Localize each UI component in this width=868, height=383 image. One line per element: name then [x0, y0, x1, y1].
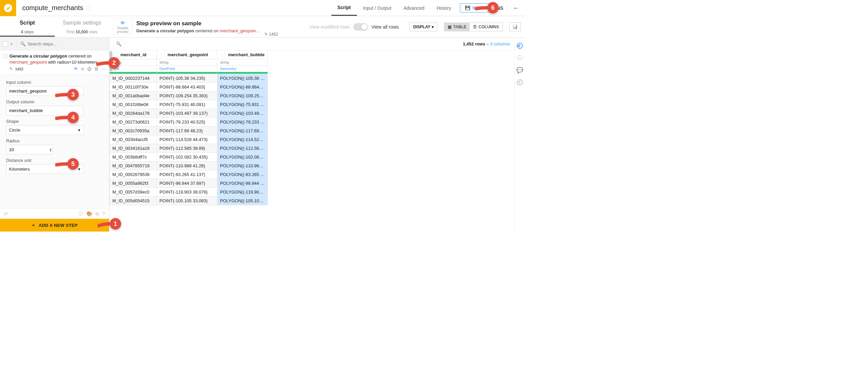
add-panel-icon[interactable]: + — [517, 42, 523, 49]
table-row[interactable]: M_ID_00264da178POINT(-103.497 39.137)POL… — [110, 109, 268, 118]
columns-link[interactable]: 3 columns — [490, 41, 510, 47]
step-form: Input column Output column Shape Circle▾… — [0, 75, 109, 175]
callout-3: 3 — [55, 89, 79, 100]
nav-script[interactable]: Script — [331, 0, 357, 16]
table-cell: M_ID_0047855719 — [110, 161, 157, 170]
table-cell: POINT(-119.903 38.078) — [157, 188, 217, 197]
column-header[interactable]: ⋮⋮merchant_bubble — [217, 51, 268, 59]
info-rail-icon[interactable]: ⓘ — [517, 55, 523, 61]
table-row[interactable]: M_ID_0002237144POINT(-105.38 34.235)POLY… — [110, 74, 268, 83]
table-row[interactable]: M_ID_00304accf5POINT(-114.528 44.473)POL… — [110, 135, 268, 144]
callout-1: 1 — [98, 218, 121, 230]
table-cell: M_ID_0002237144 — [110, 74, 157, 83]
table-row[interactable]: M_ID_0047855719POINT(-110.968 41.26)POLY… — [110, 161, 268, 170]
right-rail: + ⓘ 💬 🕘 — [514, 38, 525, 232]
add-step-button[interactable]: ＋ ADD A NEW STEP — [0, 219, 109, 232]
disable-icon[interactable]: ⊘ — [81, 66, 85, 71]
nav-advanced[interactable]: Advanced — [397, 0, 430, 16]
table-row[interactable]: M_ID_001f188e08POINT(-75.931 40.091)POLY… — [110, 100, 268, 109]
table-cell: POLYGON((-114.52… — [217, 135, 268, 144]
copy-icon[interactable]: ⧉ — [96, 211, 99, 217]
semantic-cell[interactable]: Geometry — [217, 66, 268, 72]
table-row[interactable]: M_ID_003b8dff7cPOINT(-102.082 30.435)POL… — [110, 153, 268, 161]
history-rail-icon[interactable]: 🕘 — [517, 79, 523, 86]
shape-select[interactable]: Circle▾ — [6, 125, 84, 135]
disable-preview-button[interactable]: 👁 Disable preview — [113, 19, 132, 35]
chevron-down-icon[interactable]: ▼ — [10, 42, 13, 46]
table-cell: POLYGON((-119.90… — [217, 188, 268, 197]
tab-script[interactable]: Script — [0, 16, 55, 30]
select-all-checkbox[interactable] — [3, 41, 8, 47]
back-arrow-icon[interactable]: ← — [507, 4, 525, 12]
table-cell: POINT(-117.69 48.23) — [157, 126, 217, 135]
table-row[interactable]: M_ID_005d054515POINT(-105.105 33.083)POL… — [110, 197, 268, 205]
table-search-button[interactable]: 🔍 — [113, 40, 124, 48]
table-cell: POINT(-110.968 41.26) — [157, 161, 217, 170]
info-icon[interactable]: ⓘ — [79, 211, 83, 217]
palette-icon[interactable]: 🎨 — [87, 211, 92, 216]
radius-label: Radius — [6, 138, 103, 143]
table-cell: POINT(-105.105 33.083) — [157, 197, 217, 205]
callout-6: 6 — [475, 2, 499, 13]
comments-rail-icon[interactable]: 💬 — [517, 67, 523, 73]
table-row[interactable]: M_ID_002c70935aPOINT(-117.69 48.23)POLYG… — [110, 126, 268, 135]
sidebar: ▼ 🔍 Generate a circular polygon centered… — [0, 38, 109, 232]
step-card[interactable]: Generate a circular polygon centered on … — [0, 51, 109, 75]
page-title: compute_merchants — [22, 4, 83, 12]
help-icon[interactable]: ? — [102, 211, 105, 216]
table-row[interactable]: M_ID_0057d39ec0POINT(-119.903 38.078)POL… — [110, 188, 268, 197]
table-cell: POLYGON((-105.10… — [217, 197, 268, 205]
table-view-button[interactable]: ▦TABLE — [444, 23, 470, 31]
table-cell: POLYGON((-110.96… — [217, 161, 268, 170]
chart-icon: 📊 — [513, 24, 518, 29]
table-row[interactable]: M_ID_0052679539POINT(-83.265 41.137)POLY… — [110, 170, 268, 179]
nav-io[interactable]: Input / Output — [357, 0, 398, 16]
table-row[interactable]: M_ID_00273d0621POINT(-79.233 40.525)POLY… — [110, 118, 268, 126]
number-stepper[interactable]: ▲▼ — [49, 147, 52, 152]
type-cell: string — [217, 59, 268, 66]
table-cell: POINT(-103.497 39.137) — [157, 109, 217, 118]
columns-view-button[interactable]: ☰COLUMNS — [470, 23, 502, 31]
table-cell: POINT(-102.082 30.435) — [157, 153, 217, 161]
tab-sample-settings[interactable]: Sample settings — [55, 16, 110, 30]
table-row[interactable]: M_ID_001a0bad4ePOINT(-109.254 35.383)POL… — [110, 92, 268, 100]
preview-row-count: ✎1452 — [265, 32, 278, 37]
eye-icon: 👁 — [120, 20, 125, 26]
table-cell: POLYGON((-88.664… — [217, 83, 268, 92]
sub-header: Script Sample settings 4 steps First 10,… — [0, 16, 525, 38]
tab-sample-sub: First 10,000 rows — [55, 30, 110, 37]
table-row[interactable]: M_ID_0034161a19POINT(-112.565 39.89)POLY… — [110, 144, 268, 153]
table-cell: M_ID_0034161a19 — [110, 144, 157, 153]
search-row: ▼ 🔍 — [0, 38, 109, 51]
formula-icon[interactable]: x² — [4, 211, 8, 216]
type-cell: string — [157, 59, 217, 66]
callout-2: 2 — [96, 57, 120, 69]
footer-icons: x² ⓘ 🎨 ⧉ ? — [0, 208, 109, 219]
input-column-label: Input column — [6, 80, 103, 85]
table-cell: M_ID_001f188e08 — [110, 100, 157, 109]
table-row[interactable]: M_ID_00110f730ePOINT(-88.664 43.403)POLY… — [110, 83, 268, 92]
column-header[interactable]: ⋮⋮merchant_geopoint — [157, 51, 217, 59]
drag-icon: ⋮⋮ — [112, 53, 119, 57]
display-button[interactable]: DISPLAY▾ — [409, 23, 437, 31]
radius-field[interactable] — [6, 145, 53, 154]
output-column-label: Output column — [6, 99, 103, 104]
table-cell: POLYGON((-102.08… — [217, 153, 268, 161]
search-input[interactable] — [28, 41, 106, 47]
top-bar: compute_merchants ◌ Script Input / Outpu… — [0, 0, 525, 16]
view-mode-group: ▦TABLE ☰COLUMNS — [444, 23, 503, 31]
left-tabs: Script Sample settings 4 steps First 10,… — [0, 16, 109, 37]
semantic-cell[interactable]: GeoPoint — [157, 66, 217, 72]
chart-button[interactable]: 📊 — [509, 22, 521, 31]
app-logo[interactable] — [0, 0, 16, 16]
view-toggle[interactable] — [353, 23, 368, 31]
eye-icon[interactable]: 👁 — [74, 66, 78, 71]
power-icon[interactable]: ⏻ — [87, 66, 92, 71]
table-cell: POINT(-105.38 34.235) — [157, 74, 217, 83]
step-count: 1452 — [15, 67, 23, 71]
nav-history[interactable]: History — [431, 0, 458, 16]
pencil-icon: ✎ — [9, 67, 12, 71]
table-row[interactable]: M_ID_0055a982f3POINT(-98.844 37.697)POLY… — [110, 179, 268, 188]
table-cell: POINT(-83.265 41.137) — [157, 170, 217, 179]
step-checkbox[interactable] — [3, 54, 7, 58]
